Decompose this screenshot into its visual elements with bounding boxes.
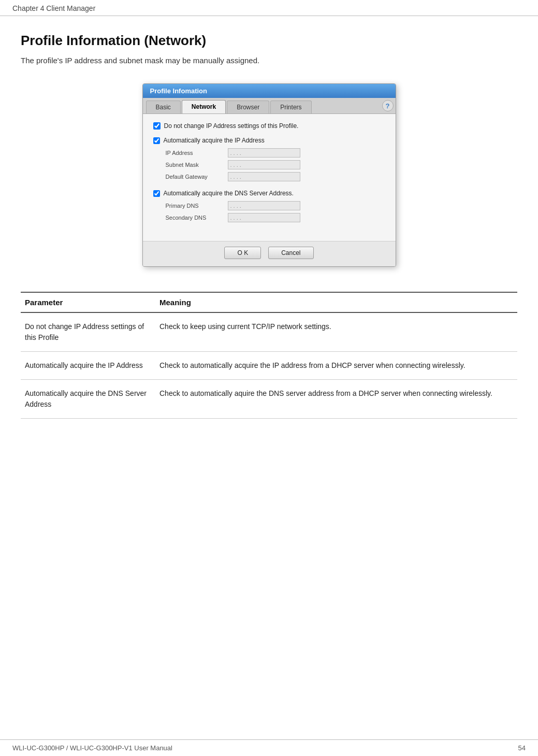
cancel-button[interactable]: Cancel <box>268 247 313 259</box>
ip-address-input[interactable] <box>228 148 300 158</box>
subnet-mask-label: Subnet Mask <box>166 162 228 168</box>
main-checkbox-row: Do not change IP Address settings of thi… <box>153 122 385 130</box>
table-row: Automatically acquire the DNS Server Add… <box>21 380 517 419</box>
tab-printers[interactable]: Printers <box>270 101 311 113</box>
page-title: Profile Information (Network) <box>21 33 517 49</box>
gateway-row: Default Gateway <box>153 172 385 181</box>
dns-auto-label: Automatically acquire the DNS Server Add… <box>164 190 294 197</box>
footer-right: 54 <box>518 744 526 752</box>
tab-basic[interactable]: Basic <box>146 101 181 113</box>
footer-left: WLI-UC-G300HP / WLI-UC-G300HP-V1 User Ma… <box>12 744 172 752</box>
page-subtitle: The profile's IP address and subnet mask… <box>21 56 517 65</box>
meaning-cell: Check to keep using current TCP/IP netwo… <box>155 312 517 352</box>
subnet-mask-row: Subnet Mask <box>153 160 385 169</box>
table-row: Automatically acquire the IP AddressChec… <box>21 352 517 380</box>
dialog-footer: O K Cancel <box>143 241 396 266</box>
main-content: Profile Information (Network) The profil… <box>0 16 538 456</box>
chapter-title: Chapter 4 Client Manager <box>12 4 95 12</box>
ip-auto-label: Automatically acquire the IP Address <box>164 137 265 144</box>
gateway-input[interactable] <box>228 172 300 181</box>
dns-auto-checkbox-row: Automatically acquire the DNS Server Add… <box>153 190 385 197</box>
ip-address-row: IP Address <box>153 148 385 158</box>
primary-dns-input[interactable] <box>228 201 300 210</box>
secondary-dns-row: Secondary DNS <box>153 213 385 222</box>
main-checkbox-label: Do not change IP Address settings of thi… <box>164 122 299 130</box>
dialog-tabs: Basic Network Browser Printers ? <box>143 98 396 114</box>
help-button[interactable]: ? <box>382 100 394 111</box>
col-header-meaning: Meaning <box>155 292 517 312</box>
ip-auto-checkbox-row: Automatically acquire the IP Address <box>153 137 385 144</box>
dialog-box: Profile Infomation Basic Network Browser… <box>142 83 396 267</box>
tab-browser[interactable]: Browser <box>227 101 269 113</box>
dialog-container: Profile Infomation Basic Network Browser… <box>21 83 517 267</box>
gateway-label: Default Gateway <box>166 174 228 180</box>
ip-address-label: IP Address <box>166 150 228 156</box>
ok-button[interactable]: O K <box>224 247 261 259</box>
dialog-title: Profile Infomation <box>150 87 208 95</box>
meaning-cell: Check to automatically aquire the DNS se… <box>155 380 517 419</box>
dialog-titlebar: Profile Infomation <box>143 84 396 98</box>
secondary-dns-label: Secondary DNS <box>166 215 228 221</box>
ip-auto-checkbox[interactable] <box>153 137 160 144</box>
dialog-body: Do not change IP Address settings of thi… <box>143 114 396 241</box>
footer-bar: WLI-UC-G300HP / WLI-UC-G300HP-V1 User Ma… <box>0 739 538 756</box>
ip-section: Automatically acquire the IP Address IP … <box>153 137 385 181</box>
param-cell: Do not change IP Address settings of thi… <box>21 312 155 352</box>
dns-section: Automatically acquire the DNS Server Add… <box>153 190 385 222</box>
col-header-param: Parameter <box>21 292 155 312</box>
param-cell: Automatically acquire the DNS Server Add… <box>21 380 155 419</box>
primary-dns-label: Primary DNS <box>166 203 228 209</box>
table-row: Do not change IP Address settings of thi… <box>21 312 517 352</box>
param-cell: Automatically acquire the IP Address <box>21 352 155 380</box>
parameter-table: Parameter Meaning Do not change IP Addre… <box>21 292 517 419</box>
primary-dns-row: Primary DNS <box>153 201 385 210</box>
dns-auto-checkbox[interactable] <box>153 190 160 197</box>
tab-network[interactable]: Network <box>182 100 226 113</box>
meaning-cell: Check to automatically acquire the IP ad… <box>155 352 517 380</box>
subnet-mask-input[interactable] <box>228 160 300 169</box>
secondary-dns-input[interactable] <box>228 213 300 222</box>
header-bar: Chapter 4 Client Manager <box>0 0 538 16</box>
main-checkbox[interactable] <box>153 122 161 130</box>
